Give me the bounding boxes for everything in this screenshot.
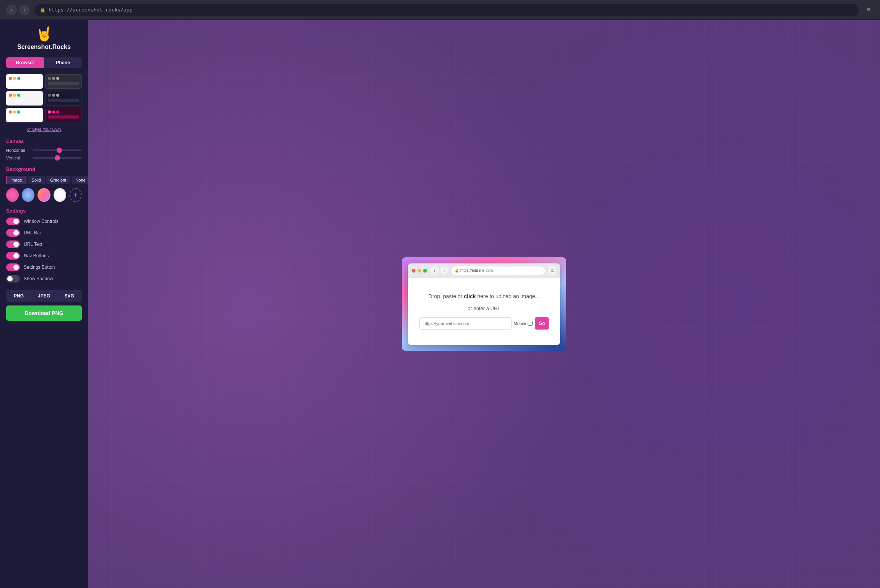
mockup-mobile-checkbox[interactable] [528,321,533,326]
url-text-label: URL Text [24,242,42,247]
canvas-section: Canvas Horizontal Vertical [6,138,82,160]
mockup-body: Drop, paste or click here to upload an i… [408,278,560,345]
horizontal-slider[interactable] [33,149,82,151]
settings-button-toggle[interactable] [6,263,20,271]
window-controls-toggle[interactable] [6,218,20,225]
mockup-nav-buttons: ‹ › [430,266,448,275]
vertical-slider[interactable] [33,157,82,159]
background-swatches: + [6,188,82,202]
address-bar: 🔒 https://screenshot.rocks/app [34,4,859,16]
canvas-title: Canvas [6,138,82,144]
nav-buttons-label: Nav Buttons [24,253,49,258]
window-controls-row: Window Controls [6,218,82,225]
swatch-blue[interactable] [22,188,34,202]
url-bar-label: URL Bar [24,230,41,236]
mockup-settings-button[interactable]: ≡ [548,266,556,275]
mockup-go-button[interactable]: Go [535,317,549,330]
format-jpeg[interactable]: JPEG [31,290,57,302]
mockup-url-input[interactable] [419,317,512,330]
themes-grid [6,74,82,122]
style-own-link[interactable]: or Style Your Own [6,125,82,132]
swatch-pink[interactable] [6,188,19,202]
bg-tab-image[interactable]: Image [6,176,26,184]
phone-mode-button[interactable]: Phone [44,57,82,68]
horizontal-label: Horizontal [6,148,29,153]
format-svg[interactable]: SVG [57,290,82,302]
mockup-upload-text: here to upload an image... [477,293,539,299]
mockup-mobile-label: Mobile [514,321,526,326]
mockup-drop-text: Drop, paste [429,293,456,299]
swatch-sunset[interactable] [37,188,50,202]
brand-name: Screenshot.Rocks [17,44,71,50]
mockup-lock-icon: 🔒 [455,269,459,273]
app-layout: 🤘 Screenshot.Rocks Browser Phone [0,20,880,588]
url-bar-toggle[interactable] [6,229,20,237]
format-tabs: PNG JPEG SVG [6,290,82,302]
settings-title: Settings [6,208,82,214]
format-png[interactable]: PNG [6,290,31,302]
main-content: ‹ › 🔒 https://edit-me.com ≡ Drop, paste … [88,20,880,588]
theme-light-colorful[interactable] [6,74,43,89]
browser-menu-button[interactable]: ≡ [863,5,874,15]
mockup-minimize-dot [417,269,421,273]
vertical-slider-row: Vertical [6,156,82,160]
swatch-white[interactable] [54,188,66,202]
download-button[interactable]: Download PNG [6,305,82,321]
mockup-forward-button[interactable]: › [440,266,448,275]
bg-tab-none[interactable]: None [72,176,88,184]
mockup-toolbar: ‹ › 🔒 https://edit-me.com ≡ [408,263,560,278]
bg-tab-gradient[interactable]: Gradient [46,176,70,184]
browser-mockup-container: ‹ › 🔒 https://edit-me.com ≡ Drop, paste … [402,257,566,351]
settings-section: Settings Window Controls URL Bar URL Tex… [6,208,82,283]
mockup-back-button[interactable]: ‹ [430,266,438,275]
background-tabs: Image Solid Gradient None [6,176,82,184]
mockup-maximize-dot [423,269,427,273]
theme-light-default[interactable] [6,108,43,122]
background-title: Background [6,166,82,172]
theme-light-orange[interactable] [6,91,43,106]
bg-tab-solid[interactable]: Solid [28,176,45,184]
window-controls-label: Window Controls [24,219,59,224]
mockup-url-display: https://edit-me.com [460,268,493,273]
mockup-click-text: click [464,293,476,299]
nav-buttons-row: Nav Buttons [6,252,82,260]
show-shadow-row: Show Shadow [6,275,82,283]
style-own-anchor[interactable]: or Style Your Own [27,127,61,132]
theme-dark-pink[interactable] [45,108,82,122]
browser-chrome: ‹ › 🔒 https://screenshot.rocks/app ≡ [0,0,880,20]
mockup-mobile-toggle: Mobile [514,317,533,330]
url-text-toggle[interactable] [6,240,20,248]
background-section: Background Image Solid Gradient None + [6,166,82,202]
url-bar-row: URL Bar [6,229,82,237]
browser-url: https://screenshot.rocks/app [49,7,132,13]
back-button[interactable]: ‹ [6,5,17,15]
settings-button-row: Settings Button [6,263,82,271]
mockup-drop-instruction: Drop, paste or click here to upload an i… [429,293,539,299]
browser-mode-button[interactable]: Browser [6,57,44,68]
lock-icon: 🔒 [40,7,46,13]
mockup-close-dot [412,269,416,273]
settings-button-label: Settings Button [24,265,55,270]
theme-dark-gray[interactable] [45,74,82,89]
sidebar: 🤘 Screenshot.Rocks Browser Phone [0,20,88,588]
mockup-or-url-text: or enter a URL [468,305,500,311]
horizontal-slider-row: Horizontal [6,148,82,153]
nav-buttons-toggle[interactable] [6,252,20,260]
show-shadow-label: Show Shadow [24,276,53,281]
url-text-row: URL Text [6,240,82,248]
brand-icon: 🤘 [36,26,53,42]
add-swatch-button[interactable]: + [69,188,82,202]
theme-dark-blue[interactable] [45,91,82,106]
mockup-address-bar: 🔒 https://edit-me.com [451,266,545,275]
nav-buttons: ‹ › [6,5,30,15]
forward-button[interactable]: › [19,5,30,15]
mockup-browser-window: ‹ › 🔒 https://edit-me.com ≡ Drop, paste … [408,263,560,345]
mockup-url-row: Mobile Go [419,317,549,330]
vertical-label: Vertical [6,156,29,160]
mode-toggle: Browser Phone [6,57,82,68]
mockup-or-label: or [458,293,464,299]
mockup-window-controls [412,269,427,273]
brand: 🤘 Screenshot.Rocks [6,26,82,50]
show-shadow-toggle[interactable] [6,275,20,283]
